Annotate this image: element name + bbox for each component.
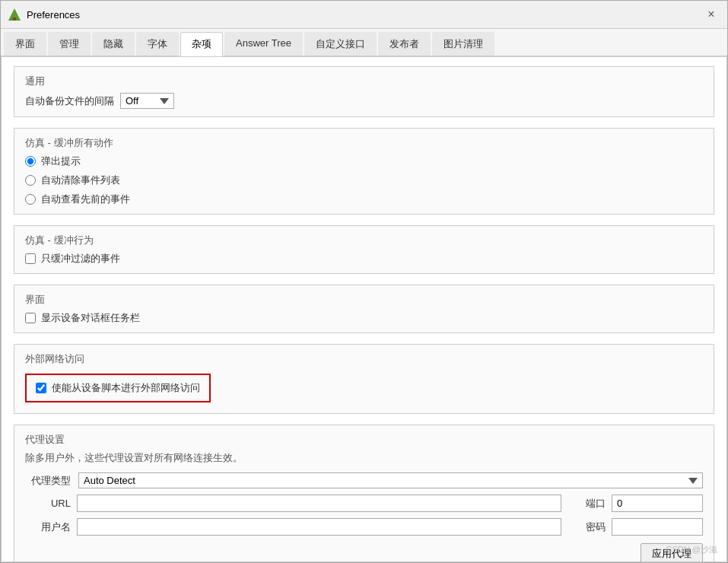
tab-answer-tree[interactable]: Answer Tree: [224, 32, 303, 56]
tabs-bar: 界面 管理 隐藏 字体 杂项 Answer Tree 自定义接口 发布者 图片清…: [1, 29, 727, 56]
svg-rect-1: [13, 17, 16, 21]
interface-title: 界面: [25, 293, 703, 307]
preferences-icon: [7, 7, 22, 22]
tab-manage[interactable]: 管理: [48, 32, 91, 56]
titlebar: Preferences ×: [1, 1, 727, 29]
simulation-buffer-section: 仿真 - 缓冲所有动作 弹出提示 自动清除事件列表 自动查看先前的事件: [14, 128, 714, 215]
tab-interface[interactable]: 界面: [4, 32, 46, 56]
external-network-section: 外部网络访问 使能从设备脚本进行外部网络访问: [14, 344, 714, 414]
general-section: 通用 自动备份文件的间隔 Off 5分钟 10分钟 15分钟 30分钟: [14, 66, 714, 117]
external-network-title: 外部网络访问: [25, 352, 703, 366]
proxy-type-label: 代理类型: [25, 474, 71, 488]
behavior-option-label-0: 只缓冲过滤的事件: [41, 252, 120, 266]
tab-font[interactable]: 字体: [136, 32, 179, 56]
content-area: 通用 自动备份文件的间隔 Off 5分钟 10分钟 15分钟 30分钟 仿真 -…: [1, 56, 727, 562]
buffer-option-2[interactable]: 自动查看先前的事件: [25, 192, 703, 206]
backup-row: 自动备份文件的间隔 Off 5分钟 10分钟 15分钟 30分钟: [25, 93, 703, 109]
external-network-option-label: 使能从设备脚本进行外部网络访问: [52, 381, 200, 395]
behavior-checkbox-0[interactable]: [25, 253, 36, 264]
url-input[interactable]: [77, 495, 561, 512]
password-input[interactable]: [612, 518, 703, 536]
simulation-behavior-section: 仿真 - 缓冲行为 只缓冲过滤的事件: [14, 225, 714, 274]
behavior-option-0[interactable]: 只缓冲过滤的事件: [25, 252, 703, 266]
tab-custom-ui[interactable]: 自定义接口: [304, 32, 377, 56]
preferences-window: Preferences × 界面 管理 隐藏 字体 杂项 Answer Tree…: [0, 0, 728, 563]
port-input[interactable]: [612, 495, 703, 512]
watermark: CSDN @沙滋: [666, 544, 717, 555]
close-button[interactable]: ×: [701, 5, 721, 24]
interface-option-0[interactable]: 显示设备对话框任务栏: [25, 311, 703, 325]
simulation-buffer-options: 弹出提示 自动清除事件列表 自动查看先前的事件: [25, 154, 703, 206]
buffer-radio-1[interactable]: [25, 175, 36, 186]
tab-image-clean[interactable]: 图片清理: [432, 32, 494, 56]
port-label: 端口: [567, 497, 606, 511]
proxy-section: 代理设置 除多用户外，这些代理设置对所有网络连接生效。 代理类型 Auto De…: [14, 425, 714, 562]
username-input[interactable]: [77, 518, 561, 536]
external-network-checkbox[interactable]: [36, 383, 46, 393]
interface-option-label-0: 显示设备对话框任务栏: [41, 311, 140, 325]
tab-misc[interactable]: 杂项: [180, 32, 223, 56]
backup-label: 自动备份文件的间隔: [25, 94, 114, 108]
tab-publisher[interactable]: 发布者: [378, 32, 431, 56]
buffer-radio-0[interactable]: [25, 156, 36, 167]
proxy-apply-row: 应用代理: [25, 543, 703, 562]
external-network-highlighted: 使能从设备脚本进行外部网络访问: [25, 374, 211, 402]
buffer-option-1[interactable]: 自动清除事件列表: [25, 173, 703, 187]
proxy-description: 除多用户外，这些代理设置对所有网络连接生效。: [25, 451, 703, 465]
titlebar-left: Preferences: [7, 7, 80, 22]
proxy-type-row: 代理类型 Auto Detect None HTTP SOCKS5: [25, 472, 703, 488]
password-label: 密码: [567, 520, 606, 534]
titlebar-title: Preferences: [27, 9, 80, 21]
general-title: 通用: [25, 75, 703, 88]
simulation-buffer-title: 仿真 - 缓冲所有动作: [25, 136, 703, 150]
buffer-option-label-1: 自动清除事件列表: [41, 173, 120, 187]
backup-dropdown[interactable]: Off 5分钟 10分钟 15分钟 30分钟: [120, 93, 174, 109]
proxy-url-row: URL 端口: [25, 495, 703, 512]
buffer-radio-2[interactable]: [25, 194, 36, 205]
external-network-option[interactable]: 使能从设备脚本进行外部网络访问: [36, 381, 200, 395]
proxy-title: 代理设置: [25, 433, 703, 447]
username-label: 用户名: [25, 520, 71, 534]
url-label: URL: [25, 498, 71, 509]
tab-hidden[interactable]: 隐藏: [92, 32, 135, 56]
proxy-user-row: 用户名 密码: [25, 518, 703, 536]
interface-checkbox-0[interactable]: [25, 313, 36, 323]
simulation-behavior-title: 仿真 - 缓冲行为: [25, 234, 703, 247]
buffer-option-0[interactable]: 弹出提示: [25, 154, 703, 168]
interface-section: 界面 显示设备对话框任务栏: [14, 285, 714, 333]
proxy-type-dropdown[interactable]: Auto Detect None HTTP SOCKS5: [78, 472, 703, 488]
buffer-option-label-0: 弹出提示: [41, 154, 81, 168]
buffer-option-label-2: 自动查看先前的事件: [41, 192, 130, 206]
